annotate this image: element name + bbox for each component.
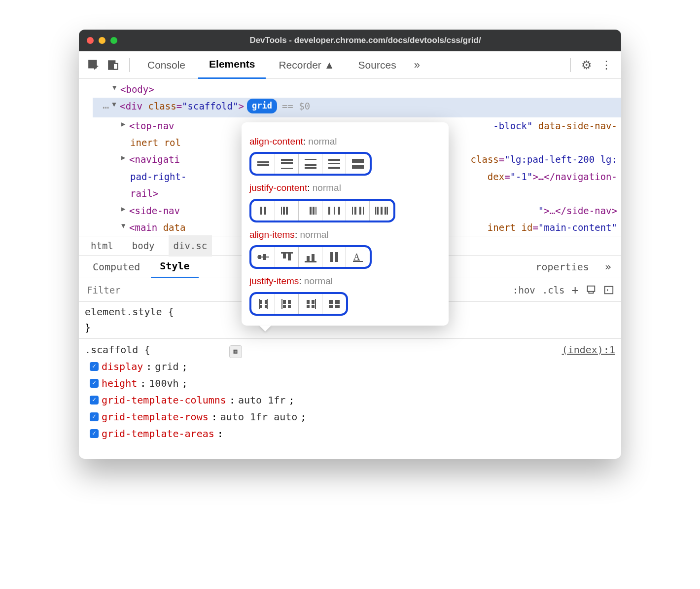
tab-recorder[interactable]: Recorder ▲ — [268, 51, 345, 79]
svg-rect-46 — [330, 252, 333, 262]
settings-button[interactable]: ⚙ — [578, 56, 595, 74]
svg-rect-23 — [313, 207, 315, 215]
rule-scaffold[interactable]: (index):1 .scaffold { ▦ display: grid; h… — [85, 342, 615, 442]
align-content-options — [249, 152, 372, 176]
justify-content-space-around[interactable] — [346, 201, 370, 221]
new-rule-button[interactable]: + — [572, 281, 579, 299]
svg-rect-5 — [257, 164, 269, 166]
svg-rect-68 — [329, 305, 333, 308]
close-window-button[interactable] — [87, 37, 94, 44]
justify-items-end[interactable] — [299, 294, 322, 314]
expand-toggle[interactable] — [121, 203, 128, 214]
print-mode-button[interactable] — [586, 285, 596, 295]
grid-editor-button[interactable]: ▦ — [229, 345, 242, 358]
justify-content-space-between[interactable] — [322, 201, 346, 221]
svg-rect-62 — [307, 300, 310, 304]
svg-rect-60 — [288, 305, 291, 308]
expand-toggle[interactable] — [121, 152, 128, 163]
dollar-zero-label: == $0 — [282, 99, 310, 113]
kebab-icon: ⋮ — [601, 59, 612, 72]
tab-properties[interactable]: roperties — [526, 256, 597, 278]
svg-rect-11 — [305, 167, 316, 169]
svg-rect-61 — [315, 299, 316, 309]
svg-rect-17 — [260, 207, 262, 215]
cls-button[interactable]: .cls — [542, 283, 565, 297]
ellipsis-icon[interactable]: ⋯ — [103, 99, 112, 116]
css-declaration[interactable]: display: grid; — [85, 358, 615, 375]
svg-rect-50 — [260, 300, 262, 304]
align-content-space-between[interactable] — [322, 154, 346, 174]
svg-rect-26 — [338, 207, 340, 215]
justify-items-start[interactable] — [275, 294, 299, 314]
svg-rect-42 — [288, 254, 291, 260]
tab-computed[interactable]: Computed — [84, 256, 149, 278]
grid-badge[interactable]: grid — [247, 99, 277, 113]
more-styletabs-button[interactable]: » — [600, 258, 616, 275]
svg-rect-20 — [283, 207, 285, 215]
align-items-end[interactable] — [299, 247, 322, 267]
hov-button[interactable]: :hov — [513, 283, 535, 297]
align-content-end[interactable] — [299, 154, 322, 174]
align-content-start[interactable] — [275, 154, 299, 174]
align-items-stretch[interactable] — [322, 247, 346, 267]
align-content-stretch[interactable] — [346, 154, 370, 174]
tab-styles[interactable]: Style — [151, 256, 198, 278]
dom-node-selected[interactable]: ⋯ <div class="scaffold"> grid == $0 — [93, 98, 621, 117]
expand-toggle[interactable] — [112, 82, 119, 93]
svg-rect-58 — [283, 305, 286, 308]
toggle-declaration-checkbox[interactable] — [90, 429, 99, 438]
svg-rect-35 — [375, 207, 376, 215]
svg-rect-40 — [281, 252, 293, 254]
svg-rect-6 — [281, 159, 293, 161]
svg-rect-25 — [328, 207, 330, 215]
inspect-element-button[interactable] — [85, 56, 103, 74]
toggle-declaration-checkbox[interactable] — [90, 362, 99, 371]
tab-console[interactable]: Console — [137, 51, 196, 79]
justify-content-space-evenly[interactable] — [370, 201, 393, 221]
breadcrumb-div[interactable]: div.sc — [169, 235, 212, 256]
svg-rect-43 — [305, 261, 316, 262]
more-tabs-button[interactable]: » — [409, 59, 425, 72]
svg-rect-63 — [307, 305, 310, 308]
toggle-declaration-checkbox[interactable] — [90, 379, 99, 388]
css-declaration[interactable]: grid-template-rows: auto 1fr auto; — [85, 408, 615, 425]
svg-text:A: A — [353, 252, 360, 262]
expand-toggle[interactable] — [112, 99, 119, 110]
breadcrumb-html[interactable]: html — [86, 235, 118, 256]
align-items-center[interactable] — [251, 247, 275, 267]
menu-button[interactable]: ⋮ — [597, 56, 615, 74]
justify-items-stretch[interactable] — [322, 294, 346, 314]
align-items-start[interactable] — [275, 247, 299, 267]
flask-icon: ▲ — [324, 59, 335, 71]
breadcrumb-body[interactable]: body — [127, 235, 160, 256]
svg-rect-49 — [353, 261, 363, 262]
maximize-window-button[interactable] — [110, 37, 117, 44]
stylesheet-source-link[interactable]: (index):1 — [562, 342, 615, 358]
align-items-baseline[interactable]: A — [346, 247, 370, 267]
justify-content-end[interactable] — [299, 201, 322, 221]
justify-items-center[interactable] — [251, 294, 275, 314]
css-declaration[interactable]: grid-template-columns: auto 1fr; — [85, 392, 615, 408]
minimize-window-button[interactable] — [99, 37, 105, 44]
justify-content-start[interactable] — [275, 201, 299, 221]
svg-rect-15 — [352, 159, 364, 163]
align-content-center[interactable] — [251, 154, 275, 174]
tab-elements[interactable]: Elements — [198, 51, 266, 79]
svg-rect-51 — [265, 300, 267, 304]
svg-rect-56 — [281, 299, 282, 309]
css-declaration[interactable]: grid-template-areas: — [85, 425, 615, 442]
expand-toggle[interactable] — [121, 118, 128, 129]
justify-content-center[interactable] — [251, 201, 275, 221]
svg-rect-18 — [264, 207, 266, 215]
toggle-pane-button[interactable] — [603, 285, 614, 295]
expand-toggle[interactable] — [121, 220, 128, 231]
tab-sources[interactable]: Sources — [348, 51, 407, 79]
device-toolbar-button[interactable] — [105, 56, 122, 74]
dom-node-body[interactable]: <body> — [93, 81, 621, 98]
svg-rect-44 — [307, 256, 310, 261]
css-declaration[interactable]: height: 100vh; — [85, 375, 615, 392]
elements-panel: <body> ⋯ <div class="scaffold"> grid == … — [79, 79, 621, 459]
svg-rect-32 — [377, 207, 379, 215]
toggle-declaration-checkbox[interactable] — [90, 412, 99, 421]
toggle-declaration-checkbox[interactable] — [90, 396, 99, 405]
